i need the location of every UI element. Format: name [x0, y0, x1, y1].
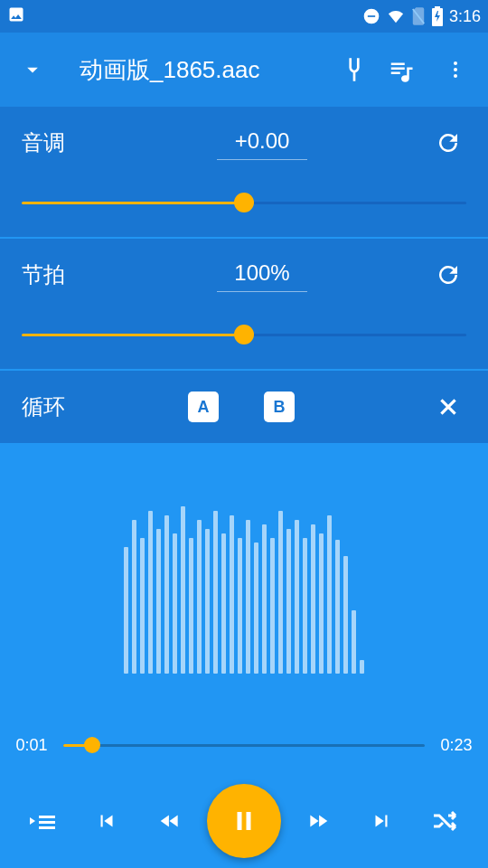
pitch-label: 音调: [22, 128, 94, 157]
svg-point-7: [454, 74, 457, 78]
battery-charging-icon: [431, 6, 444, 26]
track-title: 动画版_1865.aac: [61, 54, 333, 86]
total-time: 0:23: [437, 736, 475, 755]
svg-rect-9: [246, 812, 250, 830]
svg-point-5: [454, 61, 457, 65]
seek-area: 0:01 0:23: [0, 723, 488, 767]
loop-a-button[interactable]: A: [188, 392, 219, 422]
loop-panel: 循环 A B: [0, 371, 488, 443]
transport-controls: [0, 767, 488, 868]
playlist-button[interactable]: [376, 44, 427, 95]
tempo-slider[interactable]: [22, 326, 466, 344]
rewind-button[interactable]: [143, 794, 197, 848]
svg-point-6: [454, 68, 457, 71]
elapsed-time: 0:01: [13, 736, 51, 755]
tuning-fork-icon[interactable]: [336, 44, 372, 95]
more-menu-button[interactable]: [430, 44, 481, 95]
status-clock: 3:16: [449, 7, 481, 26]
status-bar: 3:16: [0, 0, 488, 33]
svg-rect-8: [237, 812, 241, 830]
pitch-reset-button[interactable]: [430, 125, 466, 161]
skip-next-button[interactable]: [354, 794, 408, 848]
pause-button[interactable]: [207, 784, 281, 858]
photo-icon: [7, 5, 25, 28]
collapse-button[interactable]: [7, 44, 58, 95]
svg-rect-1: [368, 15, 375, 17]
no-sim-icon: [411, 7, 426, 25]
svg-rect-4: [435, 6, 440, 9]
skip-previous-button[interactable]: [80, 794, 134, 848]
pitch-value[interactable]: +0.00: [217, 127, 307, 160]
pitch-panel: 音调 +0.00: [0, 107, 488, 237]
loop-label: 循环: [22, 392, 94, 421]
tempo-value[interactable]: 100%: [217, 259, 307, 292]
tempo-panel: 节拍 100%: [0, 239, 488, 369]
loop-close-button[interactable]: [430, 389, 466, 425]
seek-slider[interactable]: [63, 736, 425, 754]
app-bar: 动画版_1865.aac: [0, 33, 488, 107]
loop-b-button[interactable]: B: [264, 392, 295, 422]
waveform-visualizer: [0, 443, 488, 723]
shuffle-button[interactable]: [418, 794, 473, 848]
wifi-icon: [386, 8, 406, 24]
tempo-reset-button[interactable]: [430, 257, 466, 293]
tempo-label: 节拍: [22, 260, 94, 289]
queue-next-button[interactable]: [15, 794, 70, 848]
dnd-icon: [362, 7, 380, 25]
fast-forward-button[interactable]: [291, 794, 345, 848]
pitch-slider[interactable]: [22, 193, 466, 212]
